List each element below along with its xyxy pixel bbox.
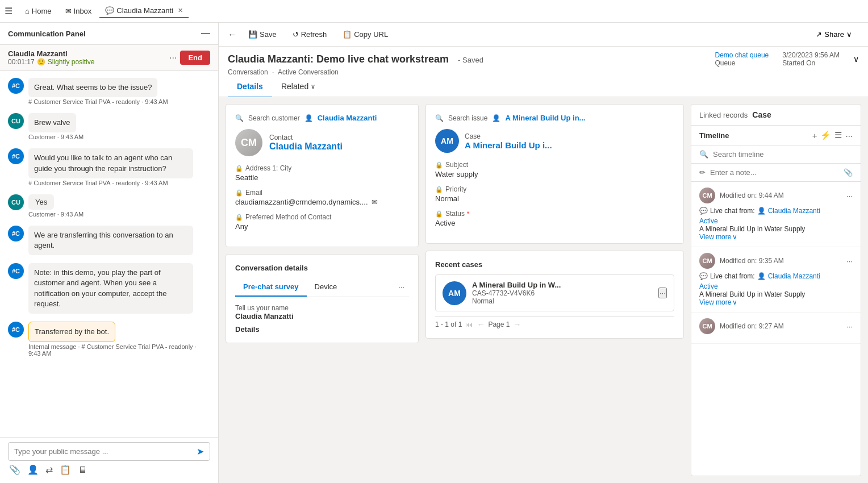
person-icon: 👤 bbox=[757, 207, 766, 215]
message-bubble: CU Yes Customer · 9:43 AM bbox=[8, 194, 210, 218]
case-item-avatar: AM bbox=[443, 281, 466, 305]
transfer-icon[interactable]: ⇄ bbox=[45, 464, 53, 475]
message-text: We are transferring this conversation to… bbox=[28, 226, 193, 255]
filter-timeline-button[interactable]: ⚡ bbox=[820, 130, 831, 140]
home-tab[interactable]: ⌂ Home bbox=[19, 5, 57, 18]
avatar: CM bbox=[699, 318, 715, 334]
inbox-tab[interactable]: ✉ Inbox bbox=[60, 5, 98, 18]
message-text: Brew valve bbox=[28, 113, 76, 132]
contact-actions: ··· End bbox=[169, 51, 210, 65]
search-icon: 🔍 bbox=[235, 114, 244, 122]
contact-name-link[interactable]: Claudia Mazzanti bbox=[269, 141, 343, 152]
right-panel: ← 💾 Save ↺ Refresh 📋 Copy URL ↗ Share ∨ bbox=[219, 23, 868, 483]
screen-icon[interactable]: 🖥 bbox=[78, 465, 87, 475]
contact-method-value: Any bbox=[235, 222, 409, 231]
timeline-modified-time: Modified on: 9:35 AM bbox=[720, 257, 842, 265]
copy-url-button[interactable]: 📋 Copy URL bbox=[336, 27, 395, 41]
timeline-modified-time: Modified on: 9:44 AM bbox=[720, 191, 842, 199]
claudia-tab[interactable]: 💬 Claudia Mazzanti ✕ bbox=[99, 4, 189, 18]
add-timeline-button[interactable]: + bbox=[812, 130, 817, 140]
message-meta: Internal message · # Customer Service Tr… bbox=[28, 343, 210, 357]
inbox-icon: ✉ bbox=[65, 7, 72, 15]
contact-avatar: CM bbox=[235, 129, 262, 156]
status-value: Active bbox=[435, 219, 674, 227]
prev-page-button[interactable]: ← bbox=[477, 320, 485, 329]
minimize-icon[interactable]: — bbox=[201, 28, 210, 39]
content-area: 🔍 Search customer 👤 Claudia Mazzanti CM … bbox=[219, 97, 868, 483]
timeline-item-more-button[interactable]: ··· bbox=[846, 322, 853, 331]
contact-method-field: 🔒 Preferred Method of Contact Any bbox=[235, 213, 409, 231]
queue-label: Demo chat queue bbox=[715, 51, 769, 59]
priority-field: 🔒 Priority Normal bbox=[435, 185, 674, 203]
refresh-button[interactable]: ↺ Refresh bbox=[286, 27, 334, 41]
pre-chat-tab[interactable]: Pre-chat survey bbox=[235, 278, 307, 297]
conversation-details-card: Conversation details Pre-chat survey Dev… bbox=[226, 254, 419, 343]
next-page-button[interactable]: → bbox=[513, 320, 521, 329]
tab-related[interactable]: Related ∨ bbox=[272, 76, 324, 98]
status-field: 🔒 Status * Active bbox=[435, 210, 674, 227]
conv-tabs: Pre-chat survey Device ··· bbox=[235, 278, 409, 297]
customer-card: 🔍 Search customer 👤 Claudia Mazzanti CM … bbox=[226, 104, 419, 247]
chat-icon: 💬 bbox=[699, 272, 708, 280]
lock-icon: 🔒 bbox=[435, 186, 443, 193]
started-date: 3/20/2023 9:56 AM bbox=[782, 51, 840, 59]
save-button[interactable]: 💾 Save bbox=[241, 27, 283, 41]
avatar: #C bbox=[8, 78, 24, 94]
message-text: Would you like to talk to an agent who c… bbox=[28, 148, 193, 178]
header-expand-button[interactable]: ∨ bbox=[853, 51, 859, 67]
view-more-button[interactable]: View more ∨ bbox=[699, 298, 853, 306]
record-title: Claudia Mazzanti: Demo live chat workstr… bbox=[228, 53, 449, 65]
timeline-search-input[interactable] bbox=[713, 150, 853, 159]
timeline-header: Timeline + ⚡ ☰ ··· bbox=[691, 126, 861, 145]
more-tabs-button[interactable]: ··· bbox=[394, 278, 409, 297]
list-timeline-button[interactable]: ☰ bbox=[834, 130, 842, 140]
subject-field: 🔒 Subject Water supply bbox=[435, 161, 674, 178]
hamburger-icon[interactable]: ☰ bbox=[5, 6, 12, 16]
chat-input-area: ➤ 📎 👤 ⇄ 📋 🖥 bbox=[0, 437, 218, 483]
timeline-person-link[interactable]: Claudia Mazzanti bbox=[768, 207, 820, 215]
more-timeline-button[interactable]: ··· bbox=[845, 130, 853, 140]
template-icon[interactable]: 📋 bbox=[60, 464, 71, 475]
linked-records-header: Linked records Case bbox=[691, 105, 861, 126]
end-button[interactable]: End bbox=[180, 51, 210, 65]
avatar: CM bbox=[699, 188, 715, 203]
message-bubble: #C Transferred by the bot. Internal mess… bbox=[8, 322, 210, 357]
email-icon[interactable]: ✉ bbox=[372, 198, 378, 206]
page-number: Page 1 bbox=[488, 320, 510, 328]
timeline-note: ✏ 📎 bbox=[691, 164, 861, 182]
view-more-button[interactable]: View more ∨ bbox=[699, 233, 853, 241]
send-button[interactable]: ➤ bbox=[197, 446, 204, 457]
person-icon[interactable]: 👤 bbox=[27, 464, 39, 475]
paperclip-icon[interactable]: 📎 bbox=[844, 168, 853, 177]
close-tab-icon[interactable]: ✕ bbox=[178, 7, 183, 14]
back-button[interactable]: ← bbox=[228, 30, 237, 40]
note-input[interactable] bbox=[710, 168, 839, 177]
chat-input[interactable] bbox=[14, 447, 192, 456]
contact-timer: 00:01:17 🙂 Slightly positive bbox=[8, 58, 94, 66]
timeline-item-more-button[interactable]: ··· bbox=[846, 257, 853, 265]
chat-icon: 💬 bbox=[699, 207, 708, 215]
first-page-button[interactable]: ⏮ bbox=[465, 320, 473, 329]
more-options-button[interactable]: ··· bbox=[169, 53, 177, 63]
customer-link[interactable]: Claudia Mazzanti bbox=[318, 114, 377, 122]
chat-icon: 💬 bbox=[105, 6, 114, 15]
tab-details[interactable]: Details bbox=[228, 76, 272, 98]
timeline-item-header: CM Modified on: 9:44 AM ··· bbox=[699, 188, 853, 203]
case-icon: 👤 bbox=[492, 114, 500, 122]
share-button[interactable]: ↗ Share ∨ bbox=[809, 27, 859, 41]
priority-value: Normal bbox=[435, 194, 674, 203]
case-item-id: CAS-47732-V4V6K6 bbox=[472, 289, 653, 297]
case-link[interactable]: A Mineral Build Up in... bbox=[505, 114, 585, 122]
attachment-icon[interactable]: 📎 bbox=[9, 464, 20, 475]
avatar: #C bbox=[8, 263, 24, 279]
city-value: Seattle bbox=[235, 173, 409, 182]
timeline-person-link[interactable]: Claudia Mazzanti bbox=[768, 272, 820, 280]
chat-messages: #C Great. What seems to be the issue? # … bbox=[0, 71, 218, 437]
case-more-button[interactable]: ··· bbox=[658, 288, 667, 298]
avatar: #C bbox=[8, 322, 24, 338]
center-column: 🔍 Search issue 👤 A Mineral Build Up in..… bbox=[425, 104, 684, 476]
device-tab[interactable]: Device bbox=[307, 278, 345, 297]
timeline-item-more-button[interactable]: ··· bbox=[846, 191, 853, 200]
message-text: Yes bbox=[28, 194, 54, 210]
case-name-link[interactable]: A Mineral Build Up i... bbox=[465, 140, 552, 150]
